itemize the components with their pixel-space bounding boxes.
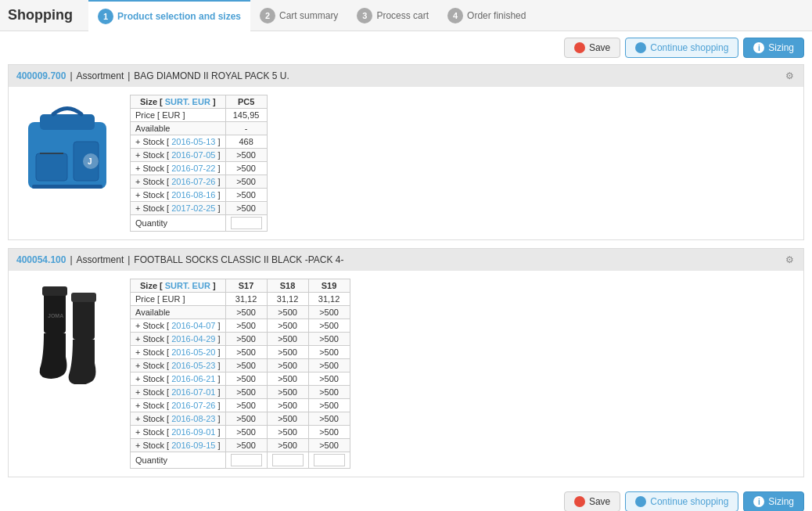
available-label-1: Available <box>131 122 226 135</box>
sizing-button-bottom[interactable]: i Sizing <box>743 491 804 511</box>
col-s19: S19 <box>308 279 350 293</box>
socks-image-svg: JOMA <box>32 282 102 384</box>
s2-sr2-v3: >500 <box>308 333 350 346</box>
save-button-top[interactable]: Save <box>564 38 620 58</box>
product-body-1: J Size [ SURT. EUR ] PC5 Price [ EUR ] 1… <box>9 87 803 239</box>
s2-sr10-v3: >500 <box>308 439 350 452</box>
sizing-button-top[interactable]: i Sizing <box>743 38 804 58</box>
price-label-2: Price [ EUR ] <box>131 293 226 306</box>
s2-sr3-v1: >500 <box>225 346 267 359</box>
s2-sr5-v3: >500 <box>308 372 350 386</box>
product-image-2: JOMA <box>16 279 118 388</box>
s2-sr8-v1: >500 <box>225 412 267 426</box>
step-4-num: 4 <box>447 8 463 23</box>
bag-image-svg: J <box>20 99 114 200</box>
product-body-2: JOMA Size [ SURT. EUR ] S17 S18 S19 <box>9 271 803 477</box>
product-separator2-1: | <box>128 70 130 81</box>
stock-row-4-v1: >500 <box>225 175 267 189</box>
price-s17: 31,12 <box>225 293 267 306</box>
product-id-2[interactable]: 400054.100 <box>16 254 66 265</box>
s2-sr2-v1: >500 <box>225 333 267 346</box>
s2-stock-row-10-label: + Stock [ 2016-09-15 ] <box>131 439 226 452</box>
stock-row-5-v1: >500 <box>225 189 267 202</box>
step-2-label: Cart summary <box>279 10 338 21</box>
svg-rect-7 <box>32 185 102 189</box>
s2-stock-row-5-label: + Stock [ 2016-06-21 ] <box>131 372 226 386</box>
product-table-1: Size [ SURT. EUR ] PC5 Price [ EUR ] 145… <box>130 95 268 232</box>
stock-row-5-label: + Stock [ 2016-08-16 ] <box>131 189 226 202</box>
steps-nav: 1 Product selection and sizes 2 Cart sum… <box>88 0 535 31</box>
s2-sr7-v3: >500 <box>308 399 350 412</box>
s2-stock-row-7-label: + Stock [ 2016-07-26 ] <box>131 399 226 412</box>
continue-shopping-button-bottom[interactable]: Continue shopping <box>625 491 738 511</box>
save-button-bottom[interactable]: Save <box>564 491 620 511</box>
quantity-s17[interactable] <box>225 452 267 469</box>
quantity-field-s19[interactable] <box>314 454 345 466</box>
product-separator-1: | <box>70 70 72 81</box>
product-header-2: 400054.100 | Assortment | FOOTBALL SOCKS… <box>9 249 803 271</box>
brand-logo: Shopping <box>8 7 73 23</box>
s2-stock-row-8-label: + Stock [ 2016-08-23 ] <box>131 412 226 426</box>
product-name-1: BAG DIAMOND II ROYAL PACK 5 U. <box>134 70 289 81</box>
save-label-bottom: Save <box>589 496 610 507</box>
quantity-s18[interactable] <box>267 452 308 469</box>
s2-stock-row-2-label: + Stock [ 2016-04-29 ] <box>131 333 226 346</box>
stock-row-2-v1: >500 <box>225 149 267 162</box>
svg-text:JOMA: JOMA <box>48 313 63 318</box>
product-header-1: 400009.700 | Assortment | BAG DIAMOND II… <box>9 65 803 87</box>
available-s19: >500 <box>308 306 350 319</box>
stock-row-4-label: + Stock [ 2016-07-26 ] <box>131 175 226 189</box>
product-table-container-1: Size [ SURT. EUR ] PC5 Price [ EUR ] 145… <box>130 95 268 232</box>
gear-icon-2[interactable]: ⚙ <box>783 254 796 266</box>
svg-rect-12 <box>71 293 96 302</box>
s2-stock-row-4-label: + Stock [ 2016-05-23 ] <box>131 359 226 372</box>
svg-rect-9 <box>42 286 67 296</box>
quantity-field-s17[interactable] <box>231 454 262 466</box>
quantity-field-pc5[interactable] <box>231 217 262 229</box>
step-1-num: 1 <box>98 9 113 24</box>
step-2[interactable]: 2 Cart summary <box>250 0 347 31</box>
gear-icon-1[interactable]: ⚙ <box>783 70 796 82</box>
stock-row-2-label: + Stock [ 2016-07-05 ] <box>131 149 226 162</box>
s2-sr9-v1: >500 <box>225 426 267 439</box>
s2-sr1-v3: >500 <box>308 319 350 333</box>
save-icon-top <box>574 42 585 53</box>
s2-stock-row-6-label: + Stock [ 2016-07-01 ] <box>131 386 226 399</box>
product-name-2: FOOTBALL SOCKS CLASSIC II BLACK -PACK 4- <box>134 254 343 265</box>
product-section-1: 400009.700 | Assortment | BAG DIAMOND II… <box>8 64 804 240</box>
step-4-label: Order finished <box>467 10 526 21</box>
s2-sr2-v2: >500 <box>267 333 308 346</box>
quantity-input-pc5[interactable] <box>225 215 267 232</box>
product-id-1[interactable]: 400009.700 <box>16 70 66 81</box>
price-s19: 31,12 <box>308 293 350 306</box>
s2-sr1-v2: >500 <box>267 319 308 333</box>
s2-sr9-v3: >500 <box>308 426 350 439</box>
continue-shopping-button-top[interactable]: Continue shopping <box>625 38 738 58</box>
step-3[interactable]: 3 Process cart <box>347 0 438 31</box>
s2-stock-row-1-label: + Stock [ 2016-04-07 ] <box>131 319 226 333</box>
s2-sr6-v1: >500 <box>225 386 267 399</box>
info-icon-bottom: i <box>753 496 764 507</box>
quantity-label-2: Quantity <box>131 452 226 469</box>
info-icon-top: i <box>753 42 764 53</box>
stock-row-3-v1: >500 <box>225 162 267 175</box>
continue-icon-bottom <box>635 496 646 507</box>
save-icon-bottom <box>574 496 585 507</box>
quantity-field-s18[interactable] <box>272 454 304 466</box>
product-separator-2: | <box>70 254 72 265</box>
s2-sr10-v2: >500 <box>267 439 308 452</box>
s2-sr4-v3: >500 <box>308 359 350 372</box>
s2-stock-row-3-label: + Stock [ 2016-05-20 ] <box>131 346 226 359</box>
s2-sr8-v2: >500 <box>267 412 308 426</box>
step-4[interactable]: 4 Order finished <box>438 0 535 31</box>
product-table-container-2: Size [ SURT. EUR ] S17 S18 S19 Price [ E… <box>130 279 350 469</box>
s2-sr9-v2: >500 <box>267 426 308 439</box>
stock-row-6-label: + Stock [ 2017-02-25 ] <box>131 202 226 215</box>
quantity-s19[interactable] <box>308 452 350 469</box>
continue-label-bottom: Continue shopping <box>650 496 728 507</box>
step-1[interactable]: 1 Product selection and sizes <box>88 0 250 31</box>
product-type-2: Assortment <box>77 254 124 265</box>
stock-row-1-label: + Stock [ 2016-05-13 ] <box>131 135 226 149</box>
svg-rect-2 <box>36 153 67 181</box>
step-1-label: Product selection and sizes <box>117 11 241 22</box>
